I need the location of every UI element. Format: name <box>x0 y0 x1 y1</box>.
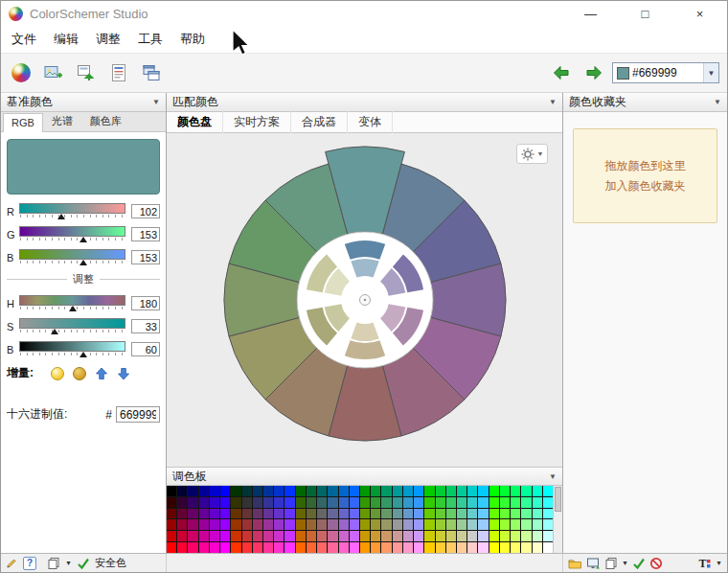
palette-cell[interactable] <box>500 486 510 496</box>
palette-cell[interactable] <box>446 531 456 541</box>
panel-menu-icon[interactable]: ▼ <box>152 98 160 106</box>
palette-cell[interactable] <box>511 509 520 519</box>
palette-cell[interactable] <box>360 509 370 519</box>
palette-cell[interactable] <box>350 542 359 553</box>
palette-cell[interactable] <box>436 509 445 519</box>
palette-cell[interactable] <box>381 486 391 496</box>
slider-marker[interactable] <box>80 352 87 357</box>
palette-cell[interactable] <box>436 519 445 530</box>
palette-cell[interactable] <box>489 486 499 496</box>
palette-cell[interactable] <box>231 486 240 496</box>
palette-cell[interactable] <box>500 509 510 519</box>
minimize-button[interactable]: — <box>563 1 618 26</box>
palette-cell[interactable] <box>424 486 434 496</box>
menu-file[interactable]: 文件 <box>3 27 45 52</box>
palette-cell[interactable] <box>371 509 380 519</box>
close-button[interactable]: × <box>672 1 727 26</box>
palette-cell[interactable] <box>478 486 488 496</box>
slider-track-hsb-S[interactable] <box>19 318 125 334</box>
slider-track-hsb-B[interactable] <box>19 341 125 357</box>
palette-cell[interactable] <box>220 497 230 508</box>
palette-cell[interactable] <box>317 509 327 519</box>
palette-cell[interactable] <box>403 509 413 519</box>
tab-live-schemes[interactable]: 实时方案 <box>223 110 291 134</box>
palette-cell[interactable] <box>188 542 197 553</box>
palette-cell[interactable] <box>317 497 327 508</box>
palette-cell[interactable] <box>253 542 262 553</box>
palette-cell[interactable] <box>436 531 445 541</box>
harmony-swatch-outer-3[interactable] <box>344 340 384 359</box>
palette-cell[interactable] <box>446 486 456 496</box>
color-ball-button[interactable] <box>7 58 35 87</box>
palette-cell[interactable] <box>296 519 306 530</box>
palette-cell[interactable] <box>263 519 273 530</box>
palette-cell[interactable] <box>489 531 499 541</box>
slider-value-rgb-R[interactable] <box>131 204 160 218</box>
palette-cell[interactable] <box>210 519 219 530</box>
palette-cell[interactable] <box>231 497 240 508</box>
palette-cell[interactable] <box>188 519 197 530</box>
palette-cell[interactable] <box>371 486 380 496</box>
palette-cell[interactable] <box>403 486 413 496</box>
palette-cell[interactable] <box>231 519 240 530</box>
palette-cell[interactable] <box>543 519 553 530</box>
slider-value-hsb-B[interactable] <box>131 342 160 356</box>
palette-cell[interactable] <box>317 531 327 541</box>
palette-cell[interactable] <box>467 531 477 541</box>
base-color-swatch[interactable] <box>7 139 160 195</box>
palette-cell[interactable] <box>500 519 510 530</box>
slider-marker[interactable] <box>80 260 87 265</box>
palette-cell[interactable] <box>350 531 359 541</box>
color-combo-input[interactable] <box>629 66 703 80</box>
palette-cell[interactable] <box>220 486 230 496</box>
tab-mixer[interactable]: 合成器 <box>291 110 348 134</box>
back-button[interactable] <box>547 58 576 87</box>
palette-cell[interactable] <box>296 542 306 553</box>
lighten-button[interactable] <box>51 367 64 380</box>
palette-cell[interactable] <box>489 497 499 508</box>
palette-cell[interactable] <box>220 531 230 541</box>
menu-help[interactable]: 帮助 <box>171 27 214 52</box>
palette-cell[interactable] <box>317 486 327 496</box>
slider-marker[interactable] <box>80 237 87 242</box>
palette-cell[interactable] <box>521 542 531 553</box>
palette-cell[interactable] <box>533 542 542 553</box>
palette-cell[interactable] <box>533 531 542 541</box>
palette-cell[interactable] <box>543 509 553 519</box>
menu-adjust[interactable]: 调整 <box>87 27 129 52</box>
palette-cell[interactable] <box>274 486 284 496</box>
palette-cell[interactable] <box>360 486 370 496</box>
palette-cell[interactable] <box>414 497 423 508</box>
panel-menu-icon[interactable]: ▼ <box>549 472 557 481</box>
palette-cell[interactable] <box>533 486 542 496</box>
palette-cell[interactable] <box>381 519 391 530</box>
palette-cell[interactable] <box>220 509 230 519</box>
palette-cell[interactable] <box>511 542 520 553</box>
slider-value-hsb-S[interactable] <box>131 319 160 333</box>
palette-cell[interactable] <box>284 497 294 508</box>
panel-menu-icon[interactable]: ▼ <box>549 98 557 106</box>
palette-cell[interactable] <box>371 519 380 530</box>
palette-cell[interactable] <box>263 486 273 496</box>
palette-cell[interactable] <box>177 486 187 496</box>
palette-cell[interactable] <box>167 497 176 508</box>
palette-cell[interactable] <box>210 509 219 519</box>
palette-cell[interactable] <box>533 497 542 508</box>
palette-cell[interactable] <box>199 519 209 530</box>
palette-cell[interactable] <box>403 497 413 508</box>
palette-cell[interactable] <box>457 497 466 508</box>
slider-marker[interactable] <box>69 306 77 311</box>
websafe-check-button[interactable] <box>77 557 90 570</box>
tab-spectrum[interactable]: 光谱 <box>43 110 81 131</box>
tab-variations[interactable]: 变体 <box>348 110 393 134</box>
palette-cell[interactable] <box>457 509 466 519</box>
palette-cell[interactable] <box>350 497 359 508</box>
palette-cell[interactable] <box>274 497 284 508</box>
palette-cell[interactable] <box>274 509 284 519</box>
palette-cell[interactable] <box>446 497 456 508</box>
chevron-down-icon[interactable]: ▼ <box>65 560 72 566</box>
palette-cell[interactable] <box>467 519 477 530</box>
palette-cell[interactable] <box>307 486 316 496</box>
palette-cell[interactable] <box>511 519 520 530</box>
palette-cell[interactable] <box>414 519 423 530</box>
